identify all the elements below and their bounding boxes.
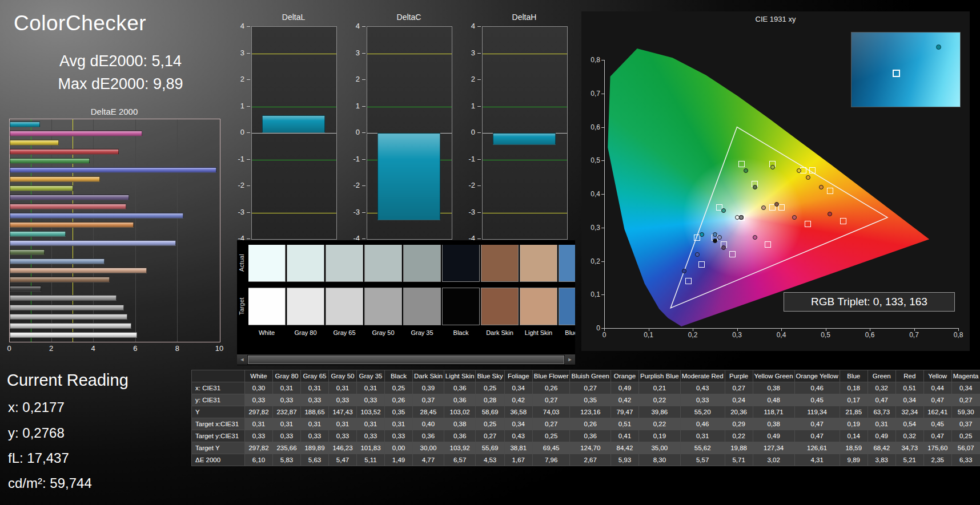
strip-scrollbar[interactable]: ◄ ► bbox=[237, 354, 575, 365]
deltae-bar-green bbox=[10, 158, 90, 164]
delta-l-y-tick bbox=[247, 239, 250, 239]
delta-c-y-tick-label: 4 bbox=[344, 22, 360, 30]
delta-c-bar bbox=[377, 133, 440, 220]
delta-l-y-tick bbox=[247, 159, 250, 160]
cie-target-green bbox=[738, 161, 745, 167]
delta-c-y-tick bbox=[362, 106, 366, 107]
delta-l-y-tick bbox=[247, 79, 250, 80]
table-cell: 0,18 bbox=[840, 382, 867, 394]
rgb-triplet-readout: RGB Triplet: 0, 133, 163 bbox=[784, 292, 955, 312]
patch-label-white: White bbox=[259, 329, 275, 336]
table-cell: 4,53 bbox=[476, 454, 504, 466]
table-cell: 0,36 bbox=[444, 430, 476, 442]
table-cell: 127,34 bbox=[753, 442, 794, 454]
delta-l-y-tick-label: 4 bbox=[228, 22, 244, 30]
table-cell: 69,45 bbox=[532, 442, 570, 454]
header-row: WhiteGray 80Gray 65Gray 50Gray 35BlackDa… bbox=[192, 370, 980, 382]
cie-target-dark-skin bbox=[778, 204, 785, 211]
table-cell: 297,82 bbox=[245, 442, 273, 454]
table-cell: 0,27 bbox=[570, 382, 611, 394]
table-cell: 7,96 bbox=[532, 454, 570, 466]
delta-l-chart: DeltaL 43210-1-2-3-4 bbox=[227, 13, 336, 244]
table-cell: 36,58 bbox=[504, 406, 532, 418]
table-cell: 0,36 bbox=[570, 430, 611, 442]
delta-h-y-labels: 43210-1-2-3-4 bbox=[458, 26, 481, 239]
table-cell: 28,45 bbox=[413, 406, 444, 418]
table-cell: 0,36 bbox=[444, 394, 476, 406]
table-cell: 0,31 bbox=[680, 430, 725, 442]
column-header-blue-sky: Blue Sky bbox=[476, 370, 504, 382]
table-cell: 0,27 bbox=[725, 382, 753, 394]
delta-l-ref-line bbox=[252, 107, 336, 107]
delta-l-y-tick bbox=[247, 185, 250, 186]
table-row: x: CIE310,300,310,310,310,310,250,390,36… bbox=[192, 382, 980, 394]
table-cell: 0,37 bbox=[951, 418, 980, 430]
patch-strip: Actual Target WhiteGray 80Gray 65Gray 50… bbox=[237, 240, 575, 365]
deltae-bar-moderate-red bbox=[10, 204, 126, 209]
deltae-bar-gray-80 bbox=[10, 323, 131, 329]
table-cell: 0,38 bbox=[444, 418, 476, 430]
deltae-gridline bbox=[135, 119, 136, 342]
column-header-purple: Purple bbox=[725, 370, 753, 382]
column-header-orange: Orange bbox=[611, 370, 638, 382]
delta-h-y-tick-label: 2 bbox=[459, 75, 475, 83]
table-cell: 0,49 bbox=[753, 430, 794, 442]
cie-measured-magenta bbox=[753, 235, 757, 240]
table-cell: 0,17 bbox=[840, 394, 867, 406]
delta-h-y-tick bbox=[477, 79, 481, 80]
table-cell: 0,35 bbox=[570, 394, 611, 406]
patch-label-gray-35: Gray 35 bbox=[411, 329, 433, 336]
reading-y: y: 0,2768 bbox=[8, 425, 65, 441]
scroll-right-button[interactable]: ► bbox=[565, 355, 575, 365]
delta-c-y-tick-label: 2 bbox=[344, 75, 360, 83]
delta-l-y-tick bbox=[247, 132, 250, 133]
table-cell: 0,37 bbox=[413, 394, 444, 406]
table-cell: 101,83 bbox=[357, 442, 385, 454]
table-cell: 0,31 bbox=[301, 418, 329, 430]
table-cell: 0,22 bbox=[725, 430, 753, 442]
scroll-thumb[interactable] bbox=[248, 355, 564, 364]
patch-target-white bbox=[248, 288, 285, 325]
cie-inset bbox=[851, 32, 961, 107]
patch-actual-light-skin bbox=[520, 245, 557, 281]
deltae-bar-black bbox=[10, 286, 41, 292]
column-header-blue-flower: Blue Flower bbox=[532, 370, 570, 382]
delta-l-y-tick-label: -1 bbox=[228, 155, 244, 163]
deltae-bar-orange bbox=[10, 222, 134, 228]
table-cell: 21,85 bbox=[840, 406, 867, 418]
delta-l-ref-line bbox=[252, 160, 336, 160]
cie-target-orange bbox=[827, 188, 833, 194]
column-header-gray-80: Gray 80 bbox=[273, 370, 301, 382]
table-cell: 0,34 bbox=[895, 394, 923, 406]
delta-l-y-tick bbox=[247, 53, 250, 54]
delta-l-title: DeltaL bbox=[251, 13, 336, 22]
table-row: Target x:CIE310,310,310,310,310,310,310,… bbox=[192, 418, 980, 430]
delta-h-y-tick bbox=[477, 239, 481, 239]
table-cell: 126,61 bbox=[794, 442, 840, 454]
table-cell: 0,33 bbox=[245, 430, 273, 442]
table-cell: 0,43 bbox=[680, 382, 725, 394]
patch-label-dark-skin: Dark Skin bbox=[486, 329, 513, 336]
delta-h-y-tick bbox=[477, 106, 481, 107]
table-cell: 6,10 bbox=[245, 454, 273, 466]
column-header-yellow-green: Yellow Green bbox=[753, 370, 794, 382]
table-cell: 232,87 bbox=[273, 406, 301, 418]
delta-h-y-tick bbox=[477, 185, 481, 186]
table-cell: 55,62 bbox=[680, 442, 725, 454]
cie-measured-purple bbox=[721, 245, 726, 250]
deltae-x-tick-label: 10 bbox=[215, 344, 223, 353]
table-cell: 0,28 bbox=[476, 394, 504, 406]
table-cell: 0,00 bbox=[385, 442, 413, 454]
table-cell: 74,03 bbox=[532, 406, 570, 418]
table-cell: 0,49 bbox=[611, 382, 638, 394]
deltae-bar-light-skin bbox=[10, 268, 147, 273]
scroll-left-button[interactable]: ◄ bbox=[237, 355, 247, 365]
delta-h-bar bbox=[493, 133, 556, 145]
table-cell: 8,30 bbox=[638, 454, 680, 466]
table-cell: 297,82 bbox=[245, 406, 273, 418]
delta-h-title: DeltaH bbox=[482, 13, 567, 22]
deltae-gridline bbox=[177, 119, 178, 342]
row-label: Target x:CIE31 bbox=[192, 418, 245, 430]
delta-l-y-tick-label: 0 bbox=[228, 128, 244, 136]
delta-h-y-tick bbox=[477, 159, 481, 160]
